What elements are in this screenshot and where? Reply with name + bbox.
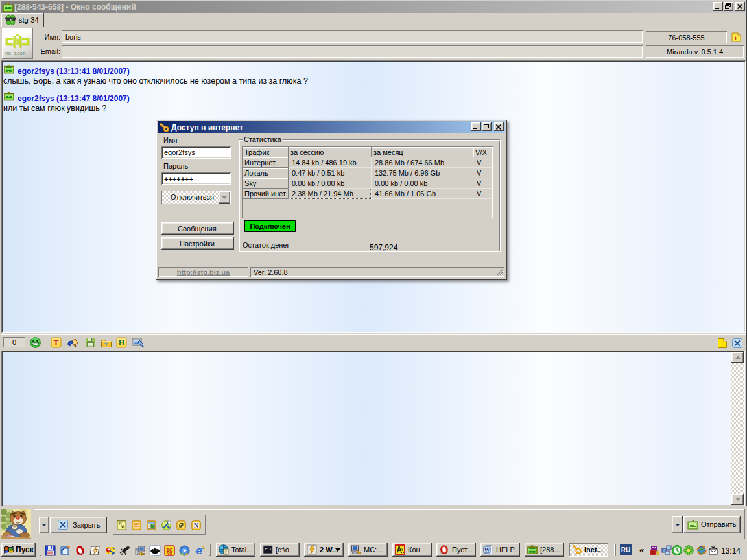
svg-text:c:\: c:\	[265, 547, 272, 552]
svg-text:W: W	[484, 546, 490, 553]
svg-text:i: i	[735, 34, 737, 41]
svg-text:v8: v8	[167, 551, 172, 555]
svg-text:N: N	[194, 522, 199, 529]
svg-text:no icon: no icon	[5, 51, 26, 56]
svg-text:H: H	[119, 338, 125, 347]
svg-text:T: T	[53, 338, 58, 347]
